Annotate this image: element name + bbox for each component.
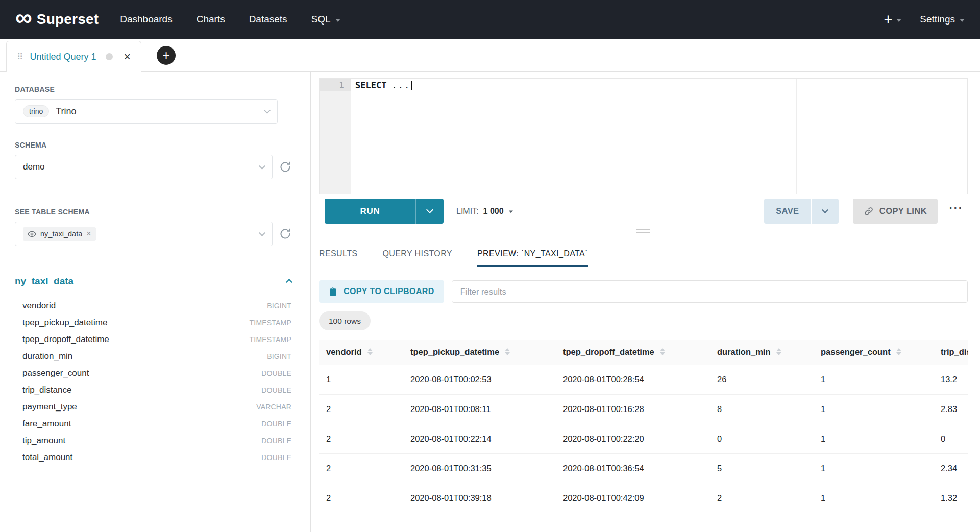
nav-item-datasets[interactable]: Datasets	[249, 14, 287, 25]
tab-query-history[interactable]: QUERY HISTORY	[382, 249, 452, 267]
column-row: duration_minBIGINT	[15, 348, 291, 365]
ellipsis-icon: ⋯	[948, 200, 963, 215]
sql-code-input[interactable]: SELECT...	[351, 79, 967, 194]
column-header-tpep-pickup-datetime[interactable]: tpep_pickup_datetime	[403, 340, 556, 365]
refresh-schemas-button[interactable]	[279, 161, 291, 173]
results-tabbar: RESULTS QUERY HISTORY PREVIEW: `NY_TAXI_…	[319, 249, 968, 267]
column-name: total_amount	[22, 452, 72, 463]
chevron-down-icon	[259, 163, 265, 170]
run-button[interactable]: RUN	[325, 199, 415, 224]
editor-gutter: 1	[320, 79, 351, 194]
more-options-button[interactable]: ⋯	[946, 204, 965, 219]
column-type: BIGINT	[267, 302, 291, 310]
refresh-icon	[279, 228, 291, 240]
results-table-container: vendorid tpep_pickup_datetime tpep_dropo…	[319, 340, 968, 532]
pane-resize-handle[interactable]	[636, 229, 650, 233]
column-header-vendorid[interactable]: vendorid	[319, 340, 403, 365]
copy-to-clipboard-button[interactable]: COPY TO CLIPBOARD	[319, 280, 444, 303]
filter-results-input[interactable]	[452, 280, 968, 303]
nav-item-charts[interactable]: Charts	[197, 14, 225, 25]
tab-preview-ny-taxi-data[interactable]: PREVIEW: `NY_TAXI_DATA`	[477, 249, 588, 267]
column-name: tip_amount	[22, 436, 65, 446]
cell: 1	[814, 394, 934, 424]
settings-menu[interactable]: Settings	[920, 14, 965, 25]
chevron-up-icon	[286, 279, 292, 285]
column-header-tpep-dropoff-datetime[interactable]: tpep_dropoff_datetime	[556, 340, 710, 365]
table-row: 1 2020-08-01T00:02:53 2020-08-01T00:28:5…	[319, 365, 968, 394]
column-type: TIMESTAMP	[250, 319, 291, 327]
column-row: tpep_dropoff_datetimeTIMESTAMP	[15, 331, 291, 348]
brand-logo[interactable]: ∞ Superset	[15, 11, 99, 28]
results-controls: COPY TO CLIPBOARD	[319, 280, 968, 303]
close-icon[interactable]: ×	[124, 51, 131, 63]
brand-name: Superset	[37, 11, 99, 28]
sort-icon[interactable]	[368, 348, 373, 355]
refresh-tables-button[interactable]	[279, 228, 291, 240]
table-schema-label: SEE TABLE SCHEMA	[15, 208, 291, 216]
cell: 5	[710, 453, 814, 483]
column-name: tpep_dropoff_datetime	[22, 334, 109, 345]
cell: 2020-08-01T00:16:28	[556, 394, 710, 424]
new-query-tab-button[interactable]: +	[157, 46, 176, 65]
cell: 0	[934, 424, 968, 453]
database-select[interactable]: trino Trino	[15, 99, 278, 124]
run-options-button[interactable]	[415, 199, 444, 224]
cell: 2020-08-01T00:22:20	[556, 424, 710, 453]
editor-toolbar: RUN LIMIT: 1 000 SAVE	[319, 199, 968, 224]
superset-app: ∞ Superset Dashboards Charts Datasets SQ…	[0, 0, 980, 532]
chevron-down-icon	[259, 230, 265, 236]
cell: 26	[710, 365, 814, 394]
nav-item-sql[interactable]: SQL	[311, 14, 340, 25]
print-margin-line	[796, 79, 797, 194]
sort-icon[interactable]	[896, 348, 901, 355]
query-tab-untitled-query-1[interactable]: ⠿ Untitled Query 1 ×	[6, 41, 141, 72]
table-name-heading[interactable]: ny_taxi_data	[15, 276, 74, 287]
table-select[interactable]: ny_taxi_data ×	[15, 222, 273, 246]
tab-results[interactable]: RESULTS	[319, 249, 357, 267]
column-name: passenger_count	[22, 368, 89, 378]
column-header-trip-distance[interactable]: trip_distance	[934, 340, 968, 365]
cell: 2	[319, 483, 403, 513]
link-icon	[864, 206, 874, 216]
cell: 2	[710, 483, 814, 513]
cell: 2020-08-01T00:08:11	[403, 394, 556, 424]
column-name: fare_amount	[22, 419, 71, 429]
cell: 1	[319, 365, 403, 394]
copy-link-button[interactable]: COPY LINK	[853, 199, 938, 224]
column-type: DOUBLE	[261, 453, 291, 462]
selected-table-chip: ny_taxi_data ×	[23, 227, 96, 241]
remove-table-icon[interactable]: ×	[86, 230, 91, 238]
chevron-down-icon	[335, 19, 340, 22]
sqllab-main: 1 SELECT... RUN LIMIT: 1 000	[311, 72, 980, 532]
sort-icon[interactable]	[776, 348, 781, 355]
sort-icon[interactable]	[660, 348, 665, 355]
collapse-table-button[interactable]	[287, 277, 291, 286]
column-type: DOUBLE	[261, 369, 291, 377]
results-table: vendorid tpep_pickup_datetime tpep_dropo…	[319, 340, 968, 513]
chevron-down-icon	[960, 19, 965, 22]
column-header-passenger-count[interactable]: passenger_count	[814, 340, 934, 365]
toolbar-right: SAVE COPY LINK ⋯	[764, 199, 965, 224]
save-button[interactable]: SAVE	[764, 199, 811, 224]
column-list: vendoridBIGINT tpep_pickup_datetimeTIMES…	[15, 297, 291, 466]
column-name: tpep_pickup_datetime	[22, 318, 107, 328]
nav-item-dashboards[interactable]: Dashboards	[120, 14, 172, 25]
cell: 1.32	[934, 483, 968, 513]
cell: 2	[319, 424, 403, 453]
column-type: VARCHAR	[256, 403, 291, 411]
sort-icon[interactable]	[505, 348, 510, 355]
column-row: total_amountDOUBLE	[15, 449, 291, 466]
cell: 2020-08-01T00:36:54	[556, 453, 710, 483]
column-row: tpep_pickup_datetimeTIMESTAMP	[15, 314, 291, 331]
drag-handle-icon[interactable]: ⠿	[17, 52, 23, 62]
eye-icon	[28, 230, 36, 238]
cell: 1	[814, 424, 934, 453]
column-header-duration-min[interactable]: duration_min	[710, 340, 814, 365]
text-cursor	[411, 81, 412, 90]
new-item-button[interactable]: +	[884, 12, 901, 27]
cell: 8	[710, 394, 814, 424]
line-number: 1	[320, 79, 351, 91]
limit-dropdown[interactable]: LIMIT: 1 000	[456, 207, 513, 216]
schema-select[interactable]: demo	[15, 155, 273, 179]
save-options-button[interactable]	[811, 199, 839, 224]
